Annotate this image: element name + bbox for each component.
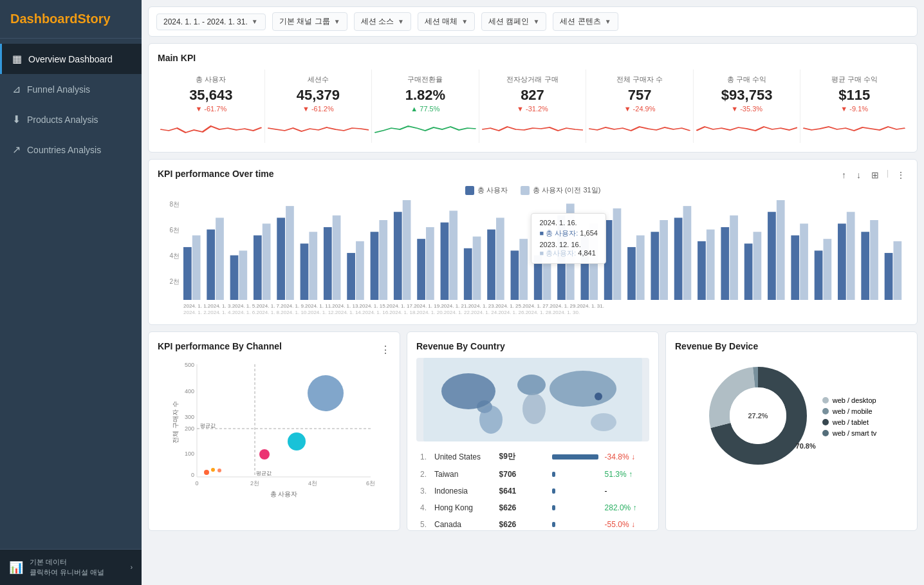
sidebar-item-label: Funnel Analysis <box>27 84 90 95</box>
kpi-sparkline <box>268 116 369 136</box>
filter-session-content[interactable]: 세션 콘텐츠 ▼ <box>553 12 618 31</box>
filter-channel-group[interactable]: 기본 채널 그룹 ▼ <box>272 12 347 31</box>
chart-more-btn[interactable]: ⋮ <box>894 169 908 181</box>
svg-rect-59 <box>861 232 869 300</box>
svg-rect-6 <box>263 223 271 300</box>
x-label: 2024. 1. 27. <box>522 303 550 309</box>
kpi-label: 전체 구매자 수 <box>589 75 690 84</box>
pie-legend-item-2: web / tablet <box>822 418 876 426</box>
kpi-label: 총 사용자 <box>160 75 262 84</box>
donut-chart-container: 27.2% 70.8% <box>707 364 809 469</box>
filter-session-source[interactable]: 세션 소스 ▼ <box>354 12 411 31</box>
svg-rect-7 <box>254 236 262 300</box>
svg-text:400: 400 <box>185 388 194 395</box>
footer-icon: 📊 <box>9 561 23 575</box>
filter-campaign-label: 세션 캠페인 <box>488 16 529 27</box>
rank-cell: 1. <box>418 448 430 465</box>
svg-rect-36 <box>613 209 622 300</box>
bar-chart-area: 2024. 1. 16. ■ 총 사용자: 1,654 2023. 12. 16… <box>183 200 908 303</box>
rank-cell: 5. <box>418 517 430 531</box>
x-label: 2024. 1. 5. <box>232 303 257 309</box>
sidebar-item-products[interactable]: ⬇ Products Analysis <box>0 104 142 135</box>
svg-rect-11 <box>300 243 309 300</box>
channel-more-btn[interactable]: ⋮ <box>380 344 391 356</box>
pie-legend-label: web / desktop <box>833 396 876 404</box>
x-label-alt: 2024. 1. 26. <box>498 310 525 315</box>
x-label-alt: 2024. 1. 30. <box>553 310 580 315</box>
main-kpi-card: Main KPI 총 사용자 35,643 ▼ -61.7% 세션수 45,37… <box>148 43 918 153</box>
sidebar-footer[interactable]: 📊 기본 데이터 클릭하여 유니버설 애널 › <box>0 549 142 585</box>
filter-channel-arrow: ▼ <box>334 18 340 25</box>
sidebar-nav: ▦ Overview Dashboard ⊿ Funnel Analysis ⬇… <box>0 39 142 549</box>
kpi-value: 35,643 <box>160 87 262 104</box>
filter-session-medium[interactable]: 세션 매체 ▼ <box>418 12 475 31</box>
x-label-alt: 2024. 1. 28. <box>526 310 553 315</box>
pie-legend-item-1: web / mobile <box>822 407 876 415</box>
kpi-label: 평균 구매 수익 <box>803 75 905 84</box>
svg-rect-55 <box>815 250 823 300</box>
chart-down-btn[interactable]: ↓ <box>854 169 864 181</box>
x-label: 2024. 1. 7. <box>256 303 281 309</box>
x-label-alt: 2024. 1. 16. <box>362 310 389 315</box>
svg-rect-58 <box>870 220 878 300</box>
svg-text:전체 구매자 수: 전체 구매자 수 <box>172 401 179 443</box>
x-label-alt: 2024. 1. 4. <box>208 310 232 315</box>
x-label: 2024. 1. 11. <box>305 303 332 309</box>
kpi-sparkline <box>160 116 262 136</box>
country-table: 1. United States $9만 -34.8% ↓ 2. Taiwan … <box>416 447 649 531</box>
chart-up-btn[interactable]: ↑ <box>839 169 849 181</box>
chart-table-btn[interactable]: ⊞ <box>869 169 882 181</box>
svg-rect-47 <box>721 227 729 300</box>
svg-point-101 <box>595 393 602 400</box>
table-row: 2. Taiwan $706 51.3% ↑ <box>418 467 648 482</box>
svg-rect-61 <box>885 253 893 300</box>
rank-cell: 4. <box>418 500 430 515</box>
svg-rect-2 <box>216 218 224 300</box>
filter-date-range[interactable]: 2024. 1. 1. - 2024. 1. 31. ▼ <box>156 14 266 30</box>
svg-rect-3 <box>207 230 215 300</box>
kpi-value: 757 <box>589 87 690 104</box>
chart-toolbar: ↑ ↓ ⊞ | ⋮ <box>839 169 908 181</box>
svg-point-100 <box>550 371 616 407</box>
logo: DashboardStory <box>0 0 142 39</box>
country-name-cell: Canada <box>432 517 495 531</box>
legend-item-1: 총 사용자 (이전 31일) <box>521 185 601 195</box>
svg-rect-43 <box>674 218 683 300</box>
svg-rect-1 <box>183 247 192 300</box>
kpi-item-5: 총 구매 수익 $93,753 ▼ -35.3% <box>694 70 801 143</box>
footer-text: 기본 데이터 클릭하여 유니버설 애널 <box>30 557 104 577</box>
svg-rect-14 <box>356 241 364 300</box>
x-label: 2024. 1. 29. <box>550 303 577 309</box>
kpi-change: ▼ -31.2% <box>482 105 584 113</box>
svg-point-85 <box>217 469 221 472</box>
svg-rect-40 <box>660 220 668 300</box>
country-name-cell: Hong Kong <box>432 500 495 515</box>
sidebar-item-overview[interactable]: ▦ Overview Dashboard <box>0 44 142 74</box>
sidebar-item-funnel[interactable]: ⊿ Funnel Analysis <box>0 74 142 104</box>
svg-rect-37 <box>604 220 613 300</box>
products-icon: ⬇ <box>12 113 21 125</box>
bottom-row: KPI performance By Channel ⋮ 500 400 300 <box>148 331 918 531</box>
legend-item-0: 총 사용자 <box>465 185 508 195</box>
filter-session-campaign[interactable]: 세션 캠페인 ▼ <box>481 12 546 31</box>
svg-point-97 <box>479 405 503 434</box>
bar-cell <box>550 517 601 531</box>
sidebar-item-countries[interactable]: ↗ Countries Analysis <box>0 135 142 165</box>
svg-point-82 <box>259 449 270 460</box>
main-kpi-title: Main KPI <box>158 53 908 63</box>
kpi-value: 827 <box>482 87 584 104</box>
pie-legend-label: web / smart tv <box>833 429 876 437</box>
svg-text:4천: 4천 <box>308 480 317 487</box>
svg-text:0: 0 <box>191 472 194 478</box>
kpi-value: $93,753 <box>696 87 798 104</box>
svg-rect-0 <box>192 236 201 300</box>
svg-rect-50 <box>777 200 785 300</box>
table-row: 3. Indonesia $641 - <box>418 483 648 499</box>
world-map <box>416 358 649 441</box>
filter-channel-label: 기본 채널 그룹 <box>279 16 330 27</box>
rank-cell: 2. <box>418 467 430 482</box>
svg-rect-13 <box>324 227 332 300</box>
legend-label: 총 사용자 <box>477 185 508 195</box>
pie-legend-item-0: web / desktop <box>822 396 876 404</box>
kpi-label: 총 구매 수익 <box>696 75 798 84</box>
